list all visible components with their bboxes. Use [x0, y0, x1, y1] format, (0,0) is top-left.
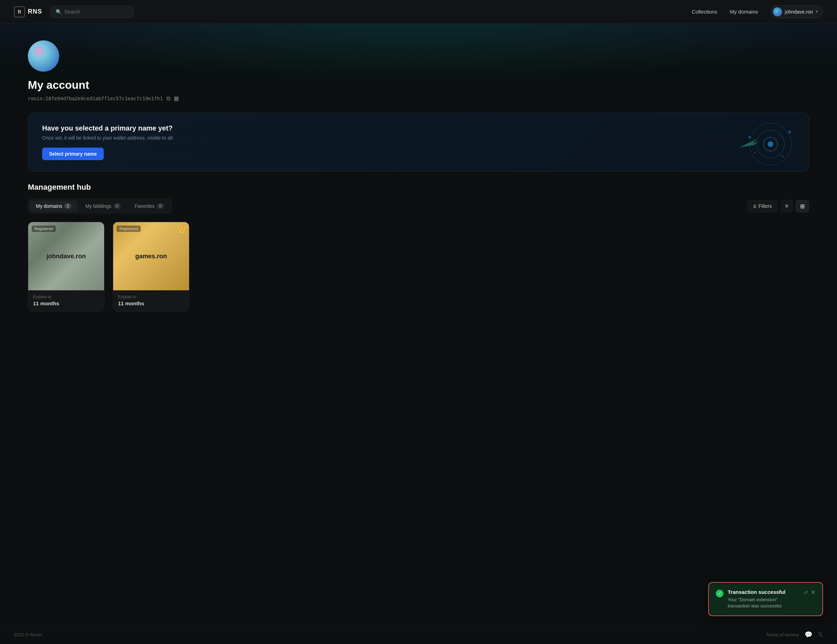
card-image-gold: Registered 👑 games.ron — [113, 222, 189, 290]
chevron-down-icon: ▾ — [816, 10, 818, 14]
filters-button[interactable]: ⧖ Filters — [747, 200, 778, 212]
toast-notification: ✓ Transaction successful Your "Domain ex… — [708, 582, 823, 616]
hero-glow — [0, 24, 837, 86]
svg-point-6 — [782, 155, 784, 157]
nav-my-domains[interactable]: My domains — [730, 9, 758, 15]
avatar — [28, 40, 59, 72]
main-nav: Collections My domains johndave.ron ▾ — [692, 5, 823, 18]
footer-terms[interactable]: Terms of service — [766, 632, 799, 637]
tab-my-biddings[interactable]: My biddings 0 — [79, 200, 127, 211]
account-address-row: ronin:28fe94d7ba2e9ced1abff1ec57c1eac7c1… — [28, 95, 809, 102]
logo-icon: R — [14, 6, 25, 17]
banner-title: Have you selected a primary name yet? — [42, 124, 174, 132]
list-icon: ≡ — [785, 203, 788, 209]
account-title: My account — [28, 79, 809, 92]
domain-cards-grid: Registered johndave.ron Expires in 11 mo… — [28, 222, 809, 311]
toast-external-link-icon[interactable]: ⬀ — [804, 589, 808, 596]
search-bar[interactable]: 🔍 — [51, 6, 134, 18]
toast-success-icon: ✓ — [716, 590, 724, 597]
card-domain-name-johndave: johndave.ron — [46, 253, 85, 260]
grid-view-button[interactable]: ⊞ — [796, 200, 809, 213]
banner-decoration — [725, 118, 802, 167]
copy-icon[interactable]: ⧉ — [166, 95, 170, 102]
logo-text: RNS — [28, 8, 42, 15]
user-name: johndave.ron — [785, 9, 813, 15]
primary-name-banner: Have you selected a primary name yet? On… — [28, 113, 809, 172]
filter-icon: ⧖ — [753, 203, 757, 209]
card-expires-label-games: Expires in — [118, 295, 184, 299]
tab-favorites-badge: 0 — [157, 203, 164, 209]
tab-my-biddings-badge: 0 — [113, 203, 121, 209]
tab-my-domains-badge: 2 — [64, 203, 71, 209]
tab-my-domains[interactable]: My domains 2 — [30, 200, 78, 211]
qr-icon[interactable]: ▦ — [174, 95, 179, 102]
card-registered-badge: Registered — [32, 226, 56, 232]
twitter-x-icon[interactable]: 𝕏 — [818, 631, 823, 638]
list-view-button[interactable]: ≡ — [781, 200, 793, 212]
footer-links: Terms of service 💬 𝕏 — [766, 631, 823, 638]
tabs-left: My domains 2 My biddings 0 Favorites 0 — [28, 199, 172, 213]
search-input[interactable] — [64, 9, 129, 15]
management-hub-title: Management hub — [28, 183, 809, 192]
discord-icon[interactable]: 💬 — [805, 631, 812, 638]
footer-copyright: 2023 © Ronin — [14, 632, 42, 637]
card-expires-label: Expires in — [33, 295, 99, 299]
footer: 2023 © Ronin Terms of service 💬 𝕏 — [0, 625, 837, 644]
card-expires-value-johndave: 11 months — [33, 300, 99, 306]
card-info-games: Expires in 11 months — [113, 290, 189, 311]
banner-content: Have you selected a primary name yet? On… — [42, 124, 174, 160]
banner-subtitle: Once set, it will be linked to your wall… — [42, 135, 174, 141]
grid-icon: ⊞ — [800, 203, 805, 210]
card-info-johndave: Expires in 11 months — [28, 290, 104, 311]
card-image-gray: Registered johndave.ron — [28, 222, 104, 290]
card-domain-name-games: games.ron — [135, 253, 167, 260]
select-primary-name-button[interactable]: Select primary name — [42, 147, 104, 160]
management-section: Management hub My domains 2 My biddings … — [0, 183, 837, 333]
user-badge[interactable]: johndave.ron ▾ — [770, 5, 823, 18]
domain-card-johndave[interactable]: Registered johndave.ron Expires in 11 mo… — [28, 222, 105, 311]
card-registered-badge-games: Registered — [117, 226, 141, 232]
tabs-row: My domains 2 My biddings 0 Favorites 0 ⧖… — [28, 199, 809, 213]
crown-icon: 👑 — [178, 226, 185, 233]
toast-content: Transaction successful Your "Domain exte… — [728, 589, 799, 609]
tabs-right: ⧖ Filters ≡ ⊞ — [747, 200, 809, 213]
account-address: ronin:28fe94d7ba2e9ced1abff1ec57c1eac7c1… — [28, 96, 163, 101]
nav-collections[interactable]: Collections — [692, 9, 717, 15]
toast-title: Transaction successful — [728, 589, 799, 595]
toast-message: Your "Domain extension" transaction was … — [728, 596, 799, 609]
avatar — [773, 7, 782, 16]
card-expires-value-games: 11 months — [118, 300, 184, 306]
hero-section: My account ronin:28fe94d7ba2e9ced1abff1e… — [0, 24, 837, 102]
tab-favorites[interactable]: Favorites 0 — [128, 200, 170, 211]
toast-close-icon[interactable]: ✕ — [811, 589, 816, 596]
domain-card-games[interactable]: Registered 👑 games.ron Expires in 11 mon… — [113, 222, 189, 311]
svg-point-7 — [754, 152, 755, 154]
toast-actions: ⬀ ✕ — [804, 589, 816, 596]
logo-area: R RNS — [14, 6, 42, 17]
search-icon: 🔍 — [56, 9, 62, 15]
